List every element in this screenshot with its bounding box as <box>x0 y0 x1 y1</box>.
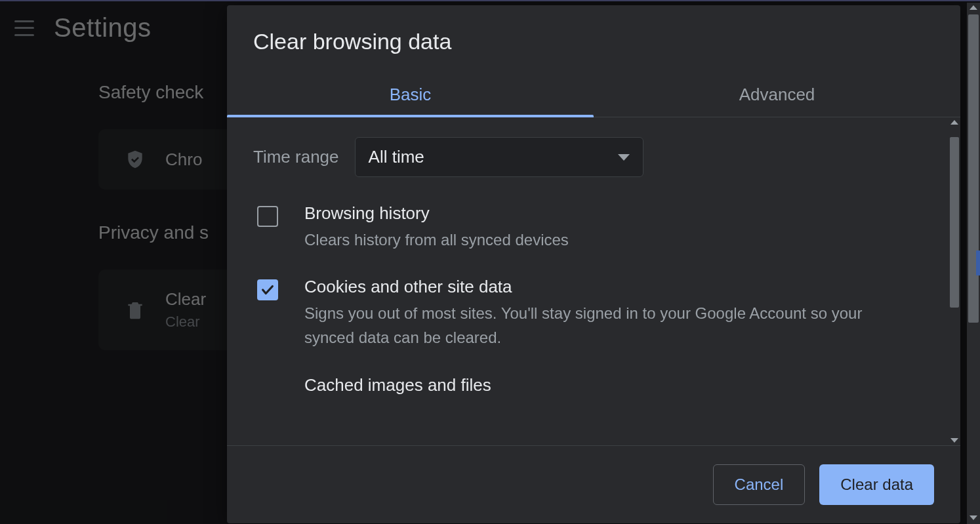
window-edge-indicator <box>976 251 980 275</box>
scroll-down-icon[interactable] <box>950 438 958 443</box>
checkbox-cookies[interactable] <box>257 279 278 300</box>
option-title: Browsing history <box>304 203 569 224</box>
dialog-title: Clear browsing data <box>227 5 960 74</box>
time-range-value: All time <box>369 147 424 167</box>
option-browsing-history[interactable]: Browsing history Clears history from all… <box>253 203 934 252</box>
clear-data-button[interactable]: Clear data <box>819 464 934 505</box>
dialog-body-scrollbar[interactable] <box>949 117 960 445</box>
scroll-up-icon[interactable] <box>970 5 977 10</box>
dialog-footer: Cancel Clear data <box>227 445 960 523</box>
cancel-button[interactable]: Cancel <box>713 464 806 505</box>
tab-advanced[interactable]: Advanced <box>594 74 960 117</box>
time-range-label: Time range <box>253 147 339 167</box>
option-title: Cookies and other site data <box>304 277 868 297</box>
time-range-row: Time range All time <box>253 137 934 177</box>
tab-basic[interactable]: Basic <box>227 74 594 117</box>
option-cookies[interactable]: Cookies and other site data Signs you ou… <box>253 277 934 350</box>
dialog-tabs: Basic Advanced <box>227 74 960 117</box>
dialog-body: Time range All time Browsing history Cle… <box>227 117 960 445</box>
option-desc: Clears history from all synced devices <box>304 228 569 252</box>
checkbox-browsing-history[interactable] <box>257 206 278 227</box>
option-title: Cached images and files <box>304 375 491 395</box>
scroll-thumb[interactable] <box>950 137 959 308</box>
chevron-down-icon <box>618 154 630 161</box>
scroll-down-icon[interactable] <box>970 515 977 520</box>
option-desc: Signs you out of most sites. You'll stay… <box>304 301 868 350</box>
scroll-up-icon[interactable] <box>950 120 958 125</box>
time-range-select[interactable]: All time <box>355 137 643 177</box>
scroll-thumb[interactable] <box>968 14 979 323</box>
option-cached[interactable]: Cached images and files <box>253 375 934 399</box>
clear-browsing-data-dialog: Clear browsing data Basic Advanced Time … <box>227 5 960 523</box>
